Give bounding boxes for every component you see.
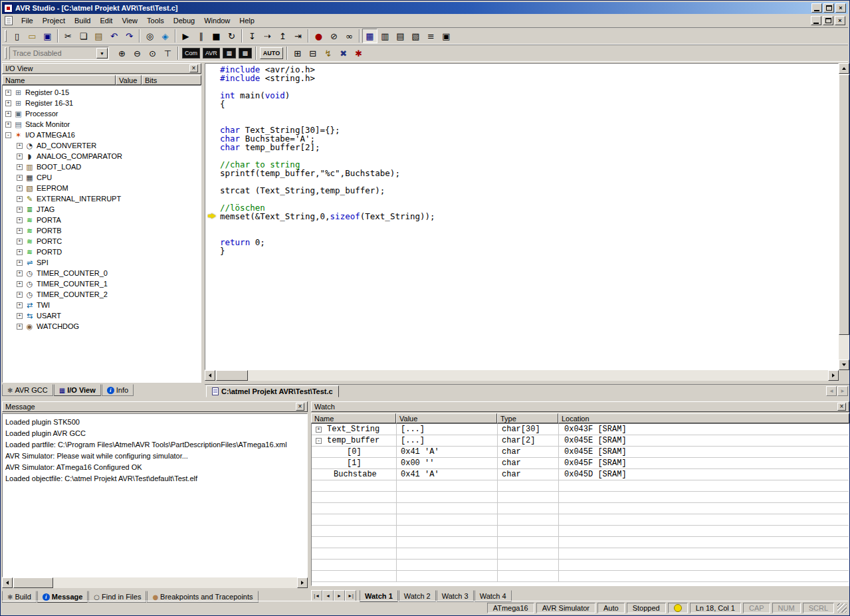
message-horizontal-scrollbar[interactable] (2, 577, 308, 588)
tree-item-processor[interactable]: +▣Processor (3, 108, 201, 119)
watch-row-empty[interactable] (312, 514, 849, 526)
step-out-button[interactable]: ↥ (275, 29, 290, 43)
collapse-icon[interactable]: - (5, 132, 11, 138)
tree-item-usart[interactable]: +⇆USART (3, 310, 201, 321)
cancel-button[interactable]: ✖ (336, 46, 351, 60)
matrix-badge[interactable]: ▦ (223, 48, 236, 58)
memory-map-button[interactable]: ⊞ (290, 46, 305, 60)
tab-avr-gcc[interactable]: ✱AVR GCC (2, 384, 53, 396)
minimize-button[interactable] (811, 3, 822, 13)
code-line-2[interactable]: #include <string.h> (205, 74, 838, 82)
first-watch-button[interactable]: |◄ (311, 590, 322, 601)
code-line-11[interactable] (205, 152, 838, 160)
tab-i-o-view[interactable]: ▦I/O View (54, 384, 101, 396)
editor-horizontal-scrollbar[interactable] (205, 370, 839, 381)
mdi-minimize-button[interactable] (811, 16, 821, 25)
grid-badge[interactable]: ▩ (239, 48, 252, 58)
tree-item-portc[interactable]: +≋PORTC (3, 236, 201, 247)
tree-item-timer-counter-1[interactable]: +◷TIMER_COUNTER_1 (3, 278, 201, 289)
menu-build[interactable]: Build (70, 15, 95, 26)
expand-icon[interactable]: + (17, 270, 23, 276)
watch-row-empty[interactable] (312, 503, 849, 514)
tree-item-i-o-atmega16[interactable]: -✶I/O ATMEGA16 (3, 130, 201, 140)
zoom-reset-button[interactable]: ⊙ (145, 46, 160, 60)
remove-breakpoints-button[interactable]: ⊘ (326, 29, 342, 43)
menu-edit[interactable]: Edit (95, 15, 117, 26)
code-line-6[interactable] (205, 108, 838, 117)
expand-icon[interactable]: + (5, 122, 11, 128)
watch-row-1[interactable]: [1]0x00 ''char0x045F [SRAM] (312, 458, 849, 469)
close-button[interactable]: × (835, 3, 846, 13)
tab-scroll-right-button[interactable]: ► (837, 386, 848, 396)
tree-item-jtag[interactable]: +≣JTAG (3, 204, 201, 215)
expand-icon[interactable]: + (17, 164, 23, 170)
io-window-button[interactable]: ▤ (393, 29, 408, 43)
vertical-scroll-thumb[interactable] (839, 74, 849, 335)
break-button[interactable]: ∥ (193, 29, 209, 43)
toggle-breakpoint-button[interactable]: ● (311, 29, 326, 43)
expand-icon[interactable]: + (17, 154, 23, 159)
save-file-button[interactable]: ▣ (40, 29, 55, 43)
run-button[interactable]: ▶ (178, 29, 193, 43)
expand-icon[interactable]: + (17, 196, 23, 202)
document-system-icon[interactable] (5, 16, 13, 25)
scroll-right-button[interactable] (828, 370, 839, 381)
expand-icon[interactable]: + (17, 228, 23, 234)
menu-debug[interactable]: Debug (169, 15, 199, 26)
horizontal-scroll-thumb[interactable] (216, 370, 248, 381)
tree-item-external-interrupt[interactable]: +✎EXTERNAL_INTERRUPT (3, 193, 201, 204)
tree-item-boot-load[interactable]: +▥BOOT_LOAD (3, 161, 201, 172)
message-title-bar[interactable]: Message × (2, 401, 308, 412)
paste-button[interactable]: ▤ (91, 29, 106, 43)
expand-icon[interactable]: + (17, 185, 23, 191)
expand-icon[interactable]: + (17, 324, 23, 330)
code-line-19[interactable] (205, 221, 838, 229)
step-over-button[interactable]: ⇢ (260, 29, 275, 43)
last-watch-button[interactable]: ►| (345, 590, 356, 601)
watch-row-empty[interactable] (312, 492, 849, 503)
expand-icon[interactable]: + (17, 143, 23, 149)
watch-row-empty[interactable] (312, 571, 849, 582)
column-header-name[interactable]: Name (2, 75, 116, 85)
tree-item-timer-counter-0[interactable]: +◷TIMER_COUNTER_0 (3, 268, 201, 278)
menu-help[interactable]: Help (235, 15, 259, 26)
code-area[interactable]: #include <avr/io.h>#include <string.h> i… (205, 63, 839, 370)
bookmark-button[interactable]: ◈ (158, 29, 173, 43)
watch-row-empty[interactable] (312, 480, 849, 492)
tree-item-watchdog[interactable]: +◉WATCHDOG (3, 321, 201, 332)
prev-watch-button[interactable]: ◄ (322, 590, 334, 601)
memory-window-button[interactable]: ▥ (377, 29, 393, 43)
program-device-button[interactable]: ↯ (320, 46, 336, 60)
tree-item-portb[interactable]: +≋PORTB (3, 225, 201, 236)
toolbar-grip[interactable] (5, 30, 7, 42)
quickwatch-button[interactable]: ∞ (342, 29, 357, 43)
code-line-13[interactable]: sprintf(temp_buffer,"%c",Buchstabe); (205, 169, 838, 177)
watch-row-text-string[interactable]: +Text_String[...]char[30]0x043F [SRAM] (312, 424, 849, 435)
watch-row-empty[interactable] (312, 560, 849, 571)
expand-icon[interactable]: + (17, 292, 23, 298)
column-header-bits[interactable]: Bits (142, 75, 201, 85)
expand-icon[interactable]: + (17, 207, 23, 213)
tree-item-portd[interactable]: +≋PORTD (3, 247, 201, 257)
output-window-button[interactable]: ▣ (439, 29, 454, 43)
tree-item-twi[interactable]: +⇄TWI (3, 300, 201, 310)
watch-window-button[interactable]: ▦ (362, 29, 377, 43)
hardware-settings-button[interactable]: ⊟ (305, 46, 320, 60)
redo-button[interactable]: ↷ (122, 29, 137, 43)
column-header-value[interactable]: Value (396, 413, 497, 423)
scroll-down-button[interactable] (839, 359, 849, 370)
watch-row-0[interactable]: [0]0x41 'A'char0x045E [SRAM] (312, 447, 849, 458)
tree-item-register-0-15[interactable]: +⊞Register 0-15 (3, 87, 201, 98)
tree-item-ad-converter[interactable]: +◔AD_CONVERTER (3, 140, 201, 151)
code-line-5[interactable]: { (205, 100, 838, 108)
column-header-name[interactable]: Name (311, 413, 396, 423)
simulator-options-button[interactable]: ✱ (351, 46, 366, 60)
code-line-15[interactable]: strcat (Text_String,temp_buffer); (205, 186, 838, 195)
chevron-down-icon[interactable]: ▼ (96, 48, 108, 58)
tab-scroll-left-button[interactable]: ◄ (826, 386, 837, 396)
tree-item-timer-counter-2[interactable]: +◷TIMER_COUNTER_2 (3, 289, 201, 300)
mdi-restore-button[interactable] (823, 16, 833, 25)
code-line-3[interactable] (205, 82, 838, 91)
next-watch-button[interactable]: ► (334, 590, 345, 601)
io-view-title-bar[interactable]: I/O View × (2, 63, 201, 74)
